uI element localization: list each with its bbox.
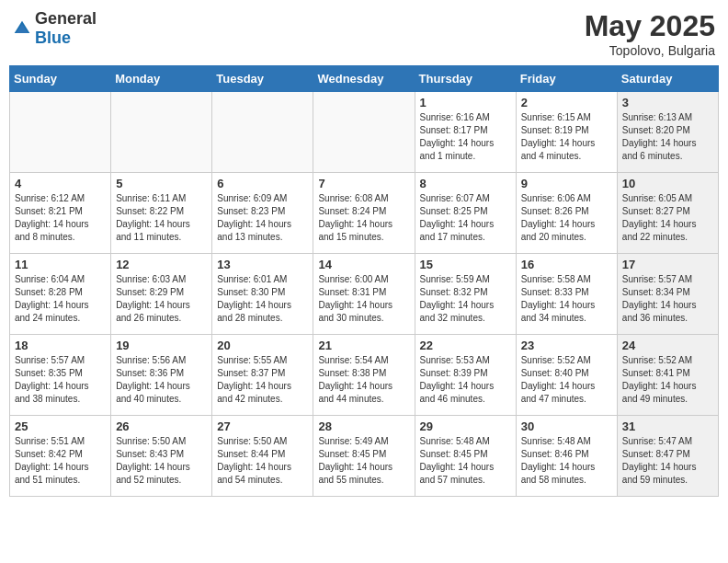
calendar-cell: 29Sunrise: 5:48 AM Sunset: 8:45 PM Dayli… xyxy=(415,416,516,497)
cell-text: Sunrise: 5:49 AM Sunset: 8:45 PM Dayligh… xyxy=(318,435,409,487)
cell-text: Sunrise: 5:50 AM Sunset: 8:44 PM Dayligh… xyxy=(217,435,308,487)
cell-text: Sunrise: 5:50 AM Sunset: 8:43 PM Dayligh… xyxy=(116,435,207,487)
calendar-cell: 25Sunrise: 5:51 AM Sunset: 8:42 PM Dayli… xyxy=(10,416,111,497)
logo-blue: Blue xyxy=(35,29,71,47)
day-number: 7 xyxy=(318,177,409,190)
calendar-cell: 8Sunrise: 6:07 AM Sunset: 8:25 PM Daylig… xyxy=(415,173,516,254)
cell-text: Sunrise: 6:16 AM Sunset: 8:17 PM Dayligh… xyxy=(420,111,511,163)
cell-text: Sunrise: 6:11 AM Sunset: 8:22 PM Dayligh… xyxy=(116,192,207,244)
cell-text: Sunrise: 5:55 AM Sunset: 8:37 PM Dayligh… xyxy=(217,354,308,406)
calendar-cell: 24Sunrise: 5:52 AM Sunset: 8:41 PM Dayli… xyxy=(617,335,718,416)
calendar-cell: 6Sunrise: 6:09 AM Sunset: 8:23 PM Daylig… xyxy=(212,173,313,254)
day-number: 21 xyxy=(318,339,409,352)
weekday-header: Sunday xyxy=(10,66,111,92)
day-number: 3 xyxy=(622,96,713,109)
calendar-header-row: SundayMondayTuesdayWednesdayThursdayFrid… xyxy=(10,66,719,92)
cell-text: Sunrise: 5:52 AM Sunset: 8:40 PM Dayligh… xyxy=(521,354,612,406)
calendar-cell: 4Sunrise: 6:12 AM Sunset: 8:21 PM Daylig… xyxy=(10,173,111,254)
calendar-cell: 1Sunrise: 6:16 AM Sunset: 8:17 PM Daylig… xyxy=(415,92,516,173)
calendar-cell: 17Sunrise: 5:57 AM Sunset: 8:34 PM Dayli… xyxy=(617,254,718,335)
location-subtitle: Topolovo, Bulgaria xyxy=(585,43,715,58)
title-block: May 2025 Topolovo, Bulgaria xyxy=(585,9,715,58)
calendar-cell: 9Sunrise: 6:06 AM Sunset: 8:26 PM Daylig… xyxy=(516,173,617,254)
day-number: 19 xyxy=(116,339,207,352)
calendar-week-row: 25Sunrise: 5:51 AM Sunset: 8:42 PM Dayli… xyxy=(10,416,719,497)
logo-text: General Blue xyxy=(35,9,97,48)
day-number: 28 xyxy=(318,419,409,433)
cell-text: Sunrise: 5:58 AM Sunset: 8:33 PM Dayligh… xyxy=(521,273,612,325)
weekday-header: Tuesday xyxy=(212,66,313,92)
calendar-cell xyxy=(212,92,313,173)
cell-text: Sunrise: 5:53 AM Sunset: 8:39 PM Dayligh… xyxy=(420,354,511,406)
day-number: 13 xyxy=(217,258,308,271)
day-number: 30 xyxy=(521,419,612,433)
logo: General Blue xyxy=(13,9,97,48)
calendar-week-row: 1Sunrise: 6:16 AM Sunset: 8:17 PM Daylig… xyxy=(10,92,719,173)
day-number: 4 xyxy=(15,177,106,190)
page-header: General Blue May 2025 Topolovo, Bulgaria xyxy=(9,9,719,58)
weekday-header: Friday xyxy=(516,66,617,92)
calendar-cell: 3Sunrise: 6:13 AM Sunset: 8:20 PM Daylig… xyxy=(617,92,718,173)
day-number: 24 xyxy=(622,339,713,352)
logo-general: General xyxy=(35,9,97,28)
calendar-cell: 10Sunrise: 6:05 AM Sunset: 8:27 PM Dayli… xyxy=(617,173,718,254)
day-number: 14 xyxy=(318,258,409,271)
day-number: 27 xyxy=(217,419,308,433)
cell-text: Sunrise: 6:06 AM Sunset: 8:26 PM Dayligh… xyxy=(521,192,612,244)
day-number: 18 xyxy=(15,339,106,352)
day-number: 15 xyxy=(420,258,511,271)
calendar-week-row: 4Sunrise: 6:12 AM Sunset: 8:21 PM Daylig… xyxy=(10,173,719,254)
cell-text: Sunrise: 6:01 AM Sunset: 8:30 PM Dayligh… xyxy=(217,273,308,325)
cell-text: Sunrise: 5:51 AM Sunset: 8:42 PM Dayligh… xyxy=(15,435,106,487)
day-number: 20 xyxy=(217,339,308,352)
calendar-table: SundayMondayTuesdayWednesdayThursdayFrid… xyxy=(9,65,719,497)
cell-text: Sunrise: 6:15 AM Sunset: 8:19 PM Dayligh… xyxy=(521,111,612,163)
cell-text: Sunrise: 6:09 AM Sunset: 8:23 PM Dayligh… xyxy=(217,192,308,244)
cell-text: Sunrise: 5:52 AM Sunset: 8:41 PM Dayligh… xyxy=(622,354,713,406)
calendar-week-row: 11Sunrise: 6:04 AM Sunset: 8:28 PM Dayli… xyxy=(10,254,719,335)
cell-text: Sunrise: 6:05 AM Sunset: 8:27 PM Dayligh… xyxy=(622,192,713,244)
cell-text: Sunrise: 5:59 AM Sunset: 8:32 PM Dayligh… xyxy=(420,273,511,325)
calendar-cell: 23Sunrise: 5:52 AM Sunset: 8:40 PM Dayli… xyxy=(516,335,617,416)
cell-text: Sunrise: 5:48 AM Sunset: 8:46 PM Dayligh… xyxy=(521,435,612,487)
cell-text: Sunrise: 6:03 AM Sunset: 8:29 PM Dayligh… xyxy=(116,273,207,325)
weekday-header: Thursday xyxy=(415,66,516,92)
calendar-cell: 20Sunrise: 5:55 AM Sunset: 8:37 PM Dayli… xyxy=(212,335,313,416)
weekday-header: Wednesday xyxy=(313,66,415,92)
calendar-cell xyxy=(111,92,212,173)
cell-text: Sunrise: 5:57 AM Sunset: 8:35 PM Dayligh… xyxy=(15,354,106,406)
calendar-cell: 30Sunrise: 5:48 AM Sunset: 8:46 PM Dayli… xyxy=(516,416,617,497)
day-number: 6 xyxy=(217,177,308,190)
calendar-week-row: 18Sunrise: 5:57 AM Sunset: 8:35 PM Dayli… xyxy=(10,335,719,416)
day-number: 25 xyxy=(15,419,106,433)
day-number: 2 xyxy=(521,96,612,109)
day-number: 16 xyxy=(521,258,612,271)
calendar-cell: 13Sunrise: 6:01 AM Sunset: 8:30 PM Dayli… xyxy=(212,254,313,335)
calendar-cell: 12Sunrise: 6:03 AM Sunset: 8:29 PM Dayli… xyxy=(111,254,212,335)
weekday-header: Saturday xyxy=(617,66,718,92)
calendar-cell: 21Sunrise: 5:54 AM Sunset: 8:38 PM Dayli… xyxy=(313,335,415,416)
cell-text: Sunrise: 6:04 AM Sunset: 8:28 PM Dayligh… xyxy=(15,273,106,325)
day-number: 17 xyxy=(622,258,713,271)
calendar-cell: 2Sunrise: 6:15 AM Sunset: 8:19 PM Daylig… xyxy=(516,92,617,173)
cell-text: Sunrise: 5:54 AM Sunset: 8:38 PM Dayligh… xyxy=(318,354,409,406)
calendar-cell: 11Sunrise: 6:04 AM Sunset: 8:28 PM Dayli… xyxy=(10,254,111,335)
day-number: 1 xyxy=(420,96,511,109)
cell-text: Sunrise: 5:56 AM Sunset: 8:36 PM Dayligh… xyxy=(116,354,207,406)
calendar-cell: 31Sunrise: 5:47 AM Sunset: 8:47 PM Dayli… xyxy=(617,416,718,497)
cell-text: Sunrise: 5:57 AM Sunset: 8:34 PM Dayligh… xyxy=(622,273,713,325)
calendar-cell xyxy=(313,92,415,173)
calendar-cell: 7Sunrise: 6:08 AM Sunset: 8:24 PM Daylig… xyxy=(313,173,415,254)
cell-text: Sunrise: 5:48 AM Sunset: 8:45 PM Dayligh… xyxy=(420,435,511,487)
day-number: 8 xyxy=(420,177,511,190)
day-number: 10 xyxy=(622,177,713,190)
day-number: 29 xyxy=(420,419,511,433)
day-number: 9 xyxy=(521,177,612,190)
cell-text: Sunrise: 6:12 AM Sunset: 8:21 PM Dayligh… xyxy=(15,192,106,244)
cell-text: Sunrise: 6:07 AM Sunset: 8:25 PM Dayligh… xyxy=(420,192,511,244)
calendar-cell: 28Sunrise: 5:49 AM Sunset: 8:45 PM Dayli… xyxy=(313,416,415,497)
calendar-cell: 26Sunrise: 5:50 AM Sunset: 8:43 PM Dayli… xyxy=(111,416,212,497)
day-number: 11 xyxy=(15,258,106,271)
calendar-cell xyxy=(10,92,111,173)
month-title: May 2025 xyxy=(585,9,715,43)
